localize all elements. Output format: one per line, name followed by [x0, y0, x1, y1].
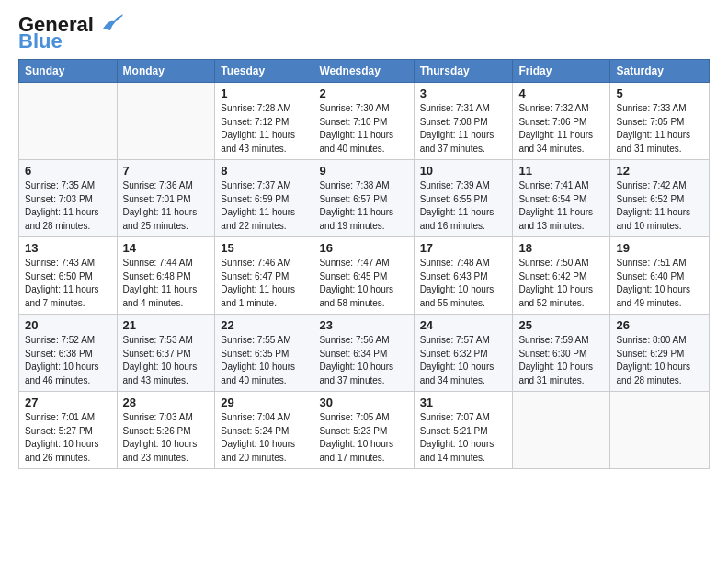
day-info: Sunrise: 7:57 AMSunset: 6:32 PMDaylight:… [420, 334, 507, 387]
day-info: Sunrise: 7:36 AMSunset: 7:01 PMDaylight:… [123, 179, 210, 233]
calendar-cell: 30Sunrise: 7:05 AMSunset: 5:23 PMDayligh… [313, 392, 414, 469]
day-info: Sunrise: 7:05 AMSunset: 5:23 PMDaylight:… [319, 411, 407, 465]
calendar-week-1: 1Sunrise: 7:28 AMSunset: 7:12 PMDaylight… [19, 83, 710, 160]
calendar-cell: 3Sunrise: 7:31 AMSunset: 7:08 PMDaylight… [414, 83, 513, 160]
calendar-week-5: 27Sunrise: 7:01 AMSunset: 5:27 PMDayligh… [19, 392, 710, 469]
logo-blue: Blue [18, 31, 63, 52]
calendar-week-2: 6Sunrise: 7:35 AMSunset: 7:03 PMDaylight… [19, 160, 710, 237]
calendar-cell: 6Sunrise: 7:35 AMSunset: 7:03 PMDaylight… [19, 160, 118, 237]
calendar-cell: 12Sunrise: 7:42 AMSunset: 6:52 PMDayligh… [610, 160, 710, 237]
day-number: 6 [25, 164, 111, 178]
calendar-cell: 13Sunrise: 7:43 AMSunset: 6:50 PMDayligh… [19, 237, 118, 315]
day-number: 30 [319, 396, 407, 409]
day-info: Sunrise: 7:56 AMSunset: 6:34 PMDaylight:… [319, 334, 407, 387]
logo-bird-icon [96, 12, 125, 34]
calendar-cell [117, 83, 215, 160]
day-info: Sunrise: 7:03 AMSunset: 5:26 PMDaylight:… [123, 411, 210, 465]
weekday-header-thursday: Thursday [414, 60, 513, 83]
day-number: 4 [518, 86, 604, 100]
day-number: 25 [518, 318, 604, 332]
day-number: 15 [221, 241, 307, 255]
day-info: Sunrise: 7:47 AMSunset: 6:45 PMDaylight:… [319, 257, 407, 310]
day-number: 29 [221, 396, 307, 409]
calendar-cell: 25Sunrise: 7:59 AMSunset: 6:30 PMDayligh… [513, 315, 610, 392]
day-number: 12 [616, 164, 703, 178]
calendar-cell: 5Sunrise: 7:33 AMSunset: 7:05 PMDaylight… [610, 83, 710, 160]
calendar-cell: 29Sunrise: 7:04 AMSunset: 5:24 PMDayligh… [215, 392, 313, 469]
calendar-cell: 16Sunrise: 7:47 AMSunset: 6:45 PMDayligh… [313, 237, 414, 315]
day-info: Sunrise: 7:43 AMSunset: 6:50 PMDaylight:… [25, 257, 111, 310]
day-number: 20 [25, 318, 111, 332]
day-info: Sunrise: 7:30 AMSunset: 7:10 PMDaylight:… [319, 102, 407, 155]
calendar-week-4: 20Sunrise: 7:52 AMSunset: 6:38 PMDayligh… [19, 315, 710, 392]
day-info: Sunrise: 8:00 AMSunset: 6:29 PMDaylight:… [616, 334, 703, 387]
weekday-header-sunday: Sunday [19, 60, 118, 83]
calendar-cell: 8Sunrise: 7:37 AMSunset: 6:59 PMDaylight… [215, 160, 313, 237]
day-number: 21 [123, 318, 210, 332]
calendar-cell: 15Sunrise: 7:46 AMSunset: 6:47 PMDayligh… [215, 237, 313, 315]
day-info: Sunrise: 7:55 AMSunset: 6:35 PMDaylight:… [221, 334, 307, 387]
weekday-header-wednesday: Wednesday [313, 60, 414, 83]
day-info: Sunrise: 7:33 AMSunset: 7:05 PMDaylight:… [616, 102, 703, 155]
day-number: 28 [123, 396, 210, 409]
day-number: 23 [319, 318, 407, 332]
day-info: Sunrise: 7:51 AMSunset: 6:40 PMDaylight:… [616, 257, 703, 310]
weekday-header-saturday: Saturday [610, 60, 710, 83]
day-number: 26 [616, 318, 703, 332]
calendar-cell: 31Sunrise: 7:07 AMSunset: 5:21 PMDayligh… [414, 392, 513, 469]
calendar-week-3: 13Sunrise: 7:43 AMSunset: 6:50 PMDayligh… [19, 237, 710, 315]
calendar-cell: 14Sunrise: 7:44 AMSunset: 6:48 PMDayligh… [117, 237, 215, 315]
day-number: 5 [616, 86, 703, 100]
day-number: 22 [221, 318, 307, 332]
calendar-cell: 24Sunrise: 7:57 AMSunset: 6:32 PMDayligh… [414, 315, 513, 392]
calendar-cell [513, 392, 610, 469]
calendar-cell: 23Sunrise: 7:56 AMSunset: 6:34 PMDayligh… [313, 315, 414, 392]
day-number: 16 [319, 241, 407, 255]
day-number: 31 [420, 396, 507, 409]
day-number: 7 [123, 164, 210, 178]
calendar-cell: 27Sunrise: 7:01 AMSunset: 5:27 PMDayligh… [19, 392, 118, 469]
calendar-cell: 21Sunrise: 7:53 AMSunset: 6:37 PMDayligh… [117, 315, 215, 392]
calendar-body: 1Sunrise: 7:28 AMSunset: 7:12 PMDaylight… [19, 83, 710, 469]
calendar-table: SundayMondayTuesdayWednesdayThursdayFrid… [18, 59, 710, 469]
header: General Blue [18, 15, 710, 52]
day-number: 3 [420, 86, 507, 100]
weekday-header-tuesday: Tuesday [215, 60, 313, 83]
day-number: 13 [25, 241, 111, 255]
calendar-cell: 2Sunrise: 7:30 AMSunset: 7:10 PMDaylight… [313, 83, 414, 160]
day-info: Sunrise: 7:37 AMSunset: 6:59 PMDaylight:… [221, 179, 307, 233]
day-number: 2 [319, 86, 407, 100]
calendar-cell [610, 392, 710, 469]
day-number: 14 [123, 241, 210, 255]
day-info: Sunrise: 7:42 AMSunset: 6:52 PMDaylight:… [616, 179, 703, 233]
day-info: Sunrise: 7:46 AMSunset: 6:47 PMDaylight:… [221, 257, 307, 310]
day-info: Sunrise: 7:41 AMSunset: 6:54 PMDaylight:… [518, 179, 604, 233]
day-info: Sunrise: 7:38 AMSunset: 6:57 PMDaylight:… [319, 179, 407, 233]
day-number: 19 [616, 241, 703, 255]
day-info: Sunrise: 7:52 AMSunset: 6:38 PMDaylight:… [25, 334, 111, 387]
day-info: Sunrise: 7:28 AMSunset: 7:12 PMDaylight:… [221, 102, 307, 155]
page: General Blue SundayMondayTuesdayWednesda… [0, 0, 728, 478]
calendar-cell: 22Sunrise: 7:55 AMSunset: 6:35 PMDayligh… [215, 315, 313, 392]
day-number: 11 [518, 164, 604, 178]
day-info: Sunrise: 7:48 AMSunset: 6:43 PMDaylight:… [420, 257, 507, 310]
day-number: 24 [420, 318, 507, 332]
day-number: 1 [221, 86, 307, 100]
day-info: Sunrise: 7:01 AMSunset: 5:27 PMDaylight:… [25, 411, 111, 465]
day-info: Sunrise: 7:04 AMSunset: 5:24 PMDaylight:… [221, 411, 307, 465]
day-info: Sunrise: 7:07 AMSunset: 5:21 PMDaylight:… [420, 411, 507, 465]
day-info: Sunrise: 7:35 AMSunset: 7:03 PMDaylight:… [25, 179, 111, 233]
day-info: Sunrise: 7:50 AMSunset: 6:42 PMDaylight:… [518, 257, 604, 310]
day-info: Sunrise: 7:59 AMSunset: 6:30 PMDaylight:… [518, 334, 604, 387]
calendar-cell: 20Sunrise: 7:52 AMSunset: 6:38 PMDayligh… [19, 315, 118, 392]
weekday-header-friday: Friday [513, 60, 610, 83]
calendar-cell: 18Sunrise: 7:50 AMSunset: 6:42 PMDayligh… [513, 237, 610, 315]
day-info: Sunrise: 7:32 AMSunset: 7:06 PMDaylight:… [518, 102, 604, 155]
calendar-cell: 1Sunrise: 7:28 AMSunset: 7:12 PMDaylight… [215, 83, 313, 160]
day-number: 9 [319, 164, 407, 178]
calendar-header: SundayMondayTuesdayWednesdayThursdayFrid… [19, 60, 710, 83]
calendar-cell [19, 83, 118, 160]
day-info: Sunrise: 7:44 AMSunset: 6:48 PMDaylight:… [123, 257, 210, 310]
day-number: 17 [420, 241, 507, 255]
day-info: Sunrise: 7:53 AMSunset: 6:37 PMDaylight:… [123, 334, 210, 387]
